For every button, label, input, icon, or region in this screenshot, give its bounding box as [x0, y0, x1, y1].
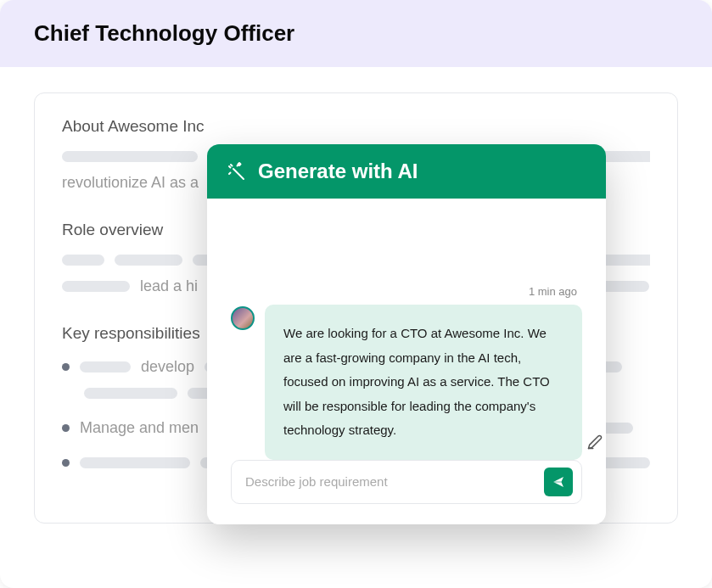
message-bubble: We are looking for a CTO at Awesome Inc.…	[265, 305, 582, 460]
partial-text: Manage and men	[80, 419, 199, 437]
skeleton-bar	[80, 457, 190, 468]
skeleton-bar	[84, 388, 177, 399]
avatar	[231, 306, 255, 330]
magic-wand-icon	[226, 161, 246, 182]
partial-text: develop	[141, 358, 194, 376]
ai-modal: Generate with AI 1 min ago We are lookin…	[207, 144, 606, 524]
skeleton-bar	[62, 281, 130, 292]
header-bar: Chief Technology Officer	[0, 0, 712, 67]
message-timestamp: 1 min ago	[231, 285, 582, 298]
edit-button[interactable]	[587, 434, 603, 453]
about-heading: About Awesome Inc	[62, 117, 650, 136]
partial-text: revolutionize AI as a	[62, 174, 199, 192]
send-button[interactable]	[544, 468, 573, 496]
skeleton-bar	[62, 255, 104, 266]
skeleton-bar	[115, 255, 182, 266]
ai-modal-body: 1 min ago We are looking for a CTO at Aw…	[207, 199, 606, 524]
pencil-icon	[587, 434, 603, 450]
ai-modal-header: Generate with AI	[207, 144, 606, 199]
page-container: Chief Technology Officer About Awesome I…	[0, 0, 712, 588]
bullet-icon	[62, 363, 70, 371]
skeleton-bar	[62, 151, 198, 162]
prompt-input[interactable]	[245, 474, 544, 489]
input-row	[231, 460, 582, 504]
partial-text: lead a hi	[140, 277, 198, 295]
message-row: We are looking for a CTO at Awesome Inc.…	[231, 305, 582, 460]
send-icon	[552, 475, 565, 489]
ai-modal-title: Generate with AI	[258, 160, 418, 183]
bullet-icon	[62, 424, 70, 432]
bullet-icon	[62, 459, 70, 467]
skeleton-bar	[80, 361, 131, 372]
page-title: Chief Technology Officer	[34, 20, 678, 47]
